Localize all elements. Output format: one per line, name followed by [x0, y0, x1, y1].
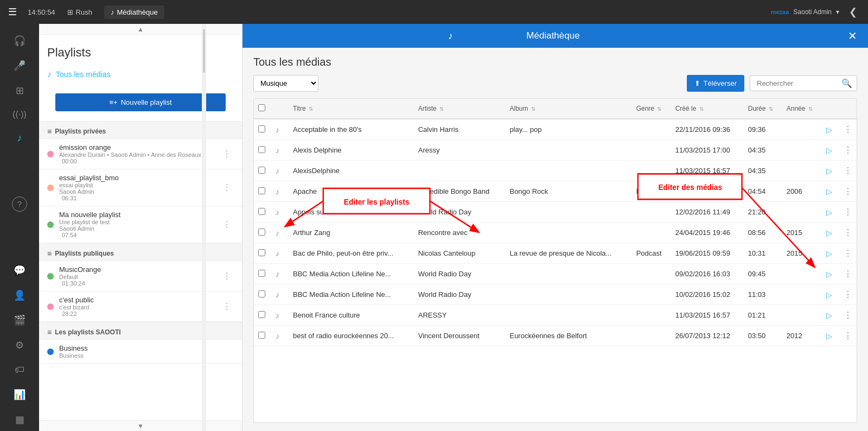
- select-all-checkbox[interactable]: [258, 104, 265, 111]
- playlist-item-music-orange[interactable]: MusicOrange Default 01:30:24 ⋮: [39, 261, 242, 291]
- row-checkbox[interactable]: [258, 125, 265, 132]
- search-input[interactable]: [755, 76, 841, 91]
- scroll-up-arrow[interactable]: ▲: [39, 24, 242, 35]
- table-row[interactable]: ♪ BBC Media Action Lifeline Ne... World …: [254, 284, 857, 305]
- playlist-item-business[interactable]: Business Business: [39, 340, 242, 364]
- sidebar-icon-headphones[interactable]: 🎧: [0, 29, 39, 52]
- row-checkbox[interactable]: [258, 208, 265, 215]
- hamburger-menu[interactable]: ☰: [5, 3, 20, 21]
- row-more-button[interactable]: ⋮: [839, 119, 857, 140]
- row-more-button[interactable]: ⋮: [839, 223, 857, 243]
- row-checkbox-cell[interactable]: [254, 243, 271, 264]
- sidebar-icon-user[interactable]: 👤: [0, 284, 39, 307]
- all-media-item[interactable]: ♪ Tous les médias: [39, 65, 242, 84]
- sidebar-icon-chat[interactable]: 💬: [0, 259, 39, 282]
- row-play-button[interactable]: ▷: [822, 326, 839, 346]
- row-checkbox-cell[interactable]: [254, 284, 271, 305]
- row-more-button[interactable]: ⋮: [839, 264, 857, 284]
- table-row[interactable]: ♪ best of radio eurockéennes 20... Vince…: [254, 326, 857, 346]
- sidebar-icon-mic[interactable]: 🎤: [0, 54, 39, 77]
- col-duree[interactable]: Durée ⇅: [744, 99, 782, 119]
- sidebar-icon-music[interactable]: ♪: [0, 127, 39, 149]
- playlist-more-icon[interactable]: ⋮: [220, 148, 234, 160]
- row-checkbox[interactable]: [258, 229, 265, 236]
- row-more-button[interactable]: ⋮: [839, 305, 857, 326]
- playlist-more-icon[interactable]: ⋮: [220, 270, 234, 282]
- playlist-more-icon[interactable]: ⋮: [220, 181, 234, 194]
- playlist-item-emission-orange[interactable]: émission orange Alexandre Durain • Saoot…: [39, 139, 242, 169]
- user-chevron-icon[interactable]: ▾: [836, 8, 839, 16]
- scroll-down-arrow[interactable]: ▼: [39, 420, 242, 431]
- upload-button[interactable]: ⬆ Téléverser: [687, 75, 744, 92]
- row-checkbox-cell[interactable]: [254, 140, 271, 161]
- sidebar-icon-chart[interactable]: 📊: [0, 383, 39, 406]
- playlist-more-icon[interactable]: ⋮: [220, 300, 234, 313]
- table-row[interactable]: ♪ AlexisDelphine 11/03/2015 16:57 04:35 …: [254, 161, 857, 181]
- col-artiste[interactable]: Artiste ⇅: [414, 99, 506, 119]
- row-more-button[interactable]: ⋮: [839, 243, 857, 264]
- row-checkbox-cell[interactable]: [254, 223, 271, 243]
- row-play-button[interactable]: ▷: [822, 119, 839, 140]
- col-cree-le[interactable]: Créé le ⇅: [671, 99, 744, 119]
- row-checkbox[interactable]: [258, 311, 265, 318]
- row-more-button[interactable]: ⋮: [839, 181, 857, 202]
- row-checkbox-cell[interactable]: [254, 181, 271, 202]
- row-play-button[interactable]: ▷: [822, 284, 839, 305]
- tab-mediatheque[interactable]: ♪ Médiathèque: [104, 5, 164, 19]
- row-checkbox-cell[interactable]: [254, 305, 271, 326]
- sidebar-icon-grid[interactable]: ⊞: [0, 79, 39, 102]
- table-row[interactable]: ♪ Benoit France culture ARESSY 11/03/201…: [254, 305, 857, 326]
- mediatheque-close-button[interactable]: ✕: [848, 29, 857, 42]
- sidebar-icon-question[interactable]: ?: [12, 197, 27, 212]
- row-more-button[interactable]: ⋮: [839, 284, 857, 305]
- row-play-button[interactable]: ▷: [822, 305, 839, 326]
- row-checkbox[interactable]: [258, 270, 265, 277]
- select-all-col[interactable]: [254, 99, 271, 119]
- sidebar-icon-video[interactable]: 🎬: [0, 309, 39, 332]
- row-play-button[interactable]: ▷: [822, 161, 839, 181]
- table-row[interactable]: ♪ Apache Incredible Bongo Band Bongo Roc…: [254, 181, 857, 202]
- row-checkbox-cell[interactable]: [254, 326, 271, 346]
- row-more-button[interactable]: ⋮: [839, 326, 857, 346]
- playlist-item-nouvelle[interactable]: Ma nouvelle playlist Une playlist de tes…: [39, 206, 242, 243]
- col-genre[interactable]: Genre ⇅: [632, 99, 671, 119]
- table-row[interactable]: ♪ Acceptable in the 80's Calvin Harris p…: [254, 119, 857, 140]
- row-checkbox[interactable]: [258, 167, 265, 174]
- row-play-button[interactable]: ▷: [822, 223, 839, 243]
- row-checkbox[interactable]: [258, 146, 265, 153]
- row-play-button[interactable]: ▷: [822, 181, 839, 202]
- row-checkbox[interactable]: [258, 332, 265, 339]
- row-play-button[interactable]: ▷: [822, 202, 839, 223]
- row-play-button[interactable]: ▷: [822, 264, 839, 284]
- row-checkbox-cell[interactable]: [254, 264, 271, 284]
- sidebar-icon-layout[interactable]: ▦: [0, 408, 39, 431]
- sidebar-icon-radio[interactable]: ((·)): [0, 104, 39, 125]
- sidebar-icon-settings[interactable]: ⚙: [0, 334, 39, 357]
- table-row[interactable]: ♪ Appels sur l'actualité World Radio Day…: [254, 202, 857, 223]
- table-row[interactable]: ♪ Alexis Delphine Aressy 11/03/2015 17:0…: [254, 140, 857, 161]
- row-checkbox-cell[interactable]: [254, 202, 271, 223]
- playlist-item-cest-public[interactable]: c'est public c'est bizard 28:22 ⋮: [39, 291, 242, 322]
- table-row[interactable]: ♪ Arthur Zang Rencontre avec 24/04/2015 …: [254, 223, 857, 243]
- row-checkbox-cell[interactable]: [254, 161, 271, 181]
- category-select[interactable]: Musique Podcast Jingle Tous: [253, 75, 318, 92]
- table-row[interactable]: ♪ BBC Media Action Lifeline Ne... World …: [254, 264, 857, 284]
- col-annee[interactable]: Année ⇅: [782, 99, 822, 119]
- row-checkbox[interactable]: [258, 290, 265, 297]
- row-more-button[interactable]: ⋮: [839, 161, 857, 181]
- row-more-button[interactable]: ⋮: [839, 140, 857, 161]
- tab-rush[interactable]: ⊞ Rush: [61, 5, 99, 19]
- table-row[interactable]: ♪ Bac de Philo, peut-on être priv... Nic…: [254, 243, 857, 264]
- sidebar-icon-tag[interactable]: 🏷: [0, 359, 39, 381]
- row-play-button[interactable]: ▷: [822, 243, 839, 264]
- new-playlist-button[interactable]: ≡+ Nouvelle playlist: [55, 93, 226, 111]
- row-more-button[interactable]: ⋮: [839, 202, 857, 223]
- back-button[interactable]: ❮: [844, 3, 863, 21]
- playlist-more-icon[interactable]: ⋮: [220, 218, 234, 231]
- col-titre[interactable]: Titre ⇅: [289, 99, 414, 119]
- row-play-button[interactable]: ▷: [822, 140, 839, 161]
- playlist-item-essai[interactable]: essai_playlist_bmo essai playlist Saooti…: [39, 169, 242, 206]
- row-checkbox[interactable]: [258, 249, 265, 256]
- col-album[interactable]: Album ⇅: [505, 99, 631, 119]
- row-checkbox[interactable]: [258, 187, 265, 194]
